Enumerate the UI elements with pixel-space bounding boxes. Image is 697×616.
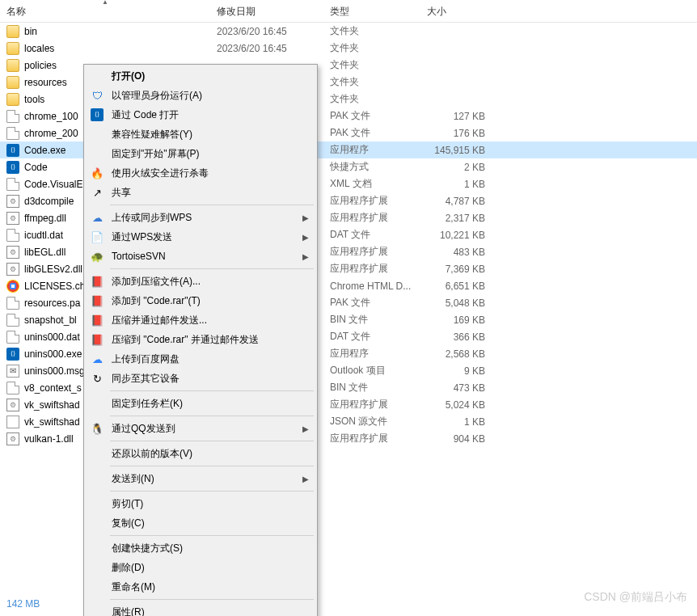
file-icon	[6, 127, 19, 140]
file-size: 2 KB	[420, 162, 501, 173]
header-size[interactable]: 大小	[420, 0, 501, 22]
dll-icon	[6, 212, 19, 225]
menu-cut[interactable]: 剪切(T)	[86, 494, 315, 513]
menu-add-archive[interactable]: 📕添加到压缩文件(A)...	[86, 272, 315, 291]
folder-icon	[6, 25, 19, 38]
file-row[interactable]: bin2023/6/20 16:45文件夹	[0, 23, 697, 40]
file-type: 应用程序	[323, 143, 420, 157]
file-size: 1 KB	[420, 416, 501, 428]
menu-wps-send[interactable]: 📄通过WPS发送▶	[86, 227, 315, 247]
menu-delete[interactable]: 删除(D)	[86, 558, 315, 577]
menu-compress-rar-email[interactable]: 📕压缩到 "Code.rar" 并通过邮件发送	[86, 330, 315, 349]
file-type: BIN 文件	[323, 313, 420, 327]
rar-icon: 📕	[89, 273, 105, 289]
menu-wps-upload[interactable]: ☁上传或同步到WPS▶	[86, 208, 315, 227]
folder-icon	[6, 76, 19, 89]
menu-restore-versions[interactable]: 还原以前的版本(V)	[86, 444, 315, 463]
column-header-row: 名称▲ 修改日期 类型 大小	[0, 0, 697, 23]
menu-open[interactable]: 打开(O)	[86, 66, 315, 86]
file-name: libEGL.dll	[24, 247, 65, 258]
menu-share[interactable]: ↗共享	[86, 183, 315, 202]
file-size: 169 KB	[420, 314, 501, 326]
menu-pin-taskbar[interactable]: 固定到任务栏(K)	[86, 394, 315, 413]
menu-separator	[110, 535, 314, 536]
file-size: 176 KB	[420, 128, 501, 139]
qq-icon: 🐧	[89, 420, 105, 437]
file-name: bin	[24, 26, 37, 37]
file-name: chrome_100	[24, 111, 78, 122]
chevron-right-icon: ▶	[302, 213, 309, 222]
menu-open-with-code[interactable]: 通过 Code 打开	[86, 105, 315, 124]
file-type: DAT 文件	[323, 330, 420, 344]
file-name: icudtl.dat	[24, 230, 63, 241]
file-name: Code	[24, 162, 48, 173]
menu-separator	[110, 416, 314, 416]
file-type: 文件夹	[323, 41, 420, 55]
file-size: 10,221 KB	[420, 230, 501, 241]
file-date: 2023/6/20 16:45	[210, 43, 323, 54]
menu-copy[interactable]: 复制(C)	[86, 513, 315, 533]
file-date: 2023/6/20 16:45	[210, 26, 323, 37]
file-name: Code.exe	[24, 145, 65, 156]
menu-separator	[110, 205, 314, 205]
file-name: resources.pa	[24, 297, 80, 309]
menu-rename[interactable]: 重命名(M)	[86, 577, 315, 597]
menu-tortoise-svn[interactable]: 🐢TortoiseSVN▶	[86, 247, 315, 266]
menu-separator	[110, 390, 314, 391]
file-size: 145,915 KB	[420, 145, 501, 156]
dll-icon	[6, 399, 19, 411]
folder-icon	[6, 93, 19, 106]
file-size: 2,568 KB	[420, 348, 501, 360]
file-row[interactable]: locales2023/6/20 16:45文件夹	[0, 40, 697, 57]
menu-huorong-scan[interactable]: 🔥使用火绒安全进行杀毒	[86, 163, 315, 183]
chevron-right-icon: ▶	[302, 424, 309, 433]
menu-qq-send[interactable]: 🐧通过QQ发送到▶	[86, 419, 315, 438]
dll-icon	[6, 246, 19, 259]
sync-icon: ↻	[89, 370, 105, 386]
rar-icon: 📕	[89, 293, 105, 309]
file-name: snapshot_bl	[24, 314, 77, 326]
menu-compress-email[interactable]: 📕压缩并通过邮件发送...	[86, 310, 315, 330]
rar-icon: 📕	[89, 312, 105, 328]
sort-asc-icon: ▲	[102, 0, 108, 6]
vscode-icon	[6, 144, 19, 157]
file-type: 应用程序扩展	[323, 398, 420, 411]
dll-icon	[6, 263, 19, 276]
menu-create-shortcut[interactable]: 创建快捷方式(S)	[86, 538, 315, 558]
file-name: libGLESv2.dll	[24, 264, 82, 275]
file-size: 2,317 KB	[420, 213, 501, 224]
file-type: 应用程序扩展	[323, 194, 420, 208]
menu-separator	[110, 441, 314, 441]
file-name: LICENSES.ch	[24, 281, 85, 292]
file-size: 483 KB	[420, 247, 501, 258]
folder-icon	[6, 59, 19, 72]
json-icon	[6, 416, 19, 428]
menu-properties[interactable]: 属性(R)	[86, 602, 315, 616]
file-name: locales	[24, 43, 54, 54]
file-name: resources	[24, 77, 67, 88]
file-size: 473 KB	[420, 382, 501, 394]
menu-baidu-upload[interactable]: ☁上传到百度网盘	[86, 349, 315, 369]
header-type[interactable]: 类型	[323, 0, 420, 22]
file-name: unins000.dat	[24, 331, 80, 343]
file-type: 文件夹	[323, 58, 420, 72]
file-type: 文件夹	[323, 75, 420, 89]
file-type: PAK 文件	[323, 126, 420, 140]
file-type: 文件夹	[323, 92, 420, 106]
file-type: 快捷方式	[323, 160, 420, 174]
header-date[interactable]: 修改日期	[210, 0, 323, 22]
menu-pin-start[interactable]: 固定到"开始"屏幕(P)	[86, 144, 315, 163]
file-icon	[6, 297, 19, 310]
header-name[interactable]: 名称▲	[0, 0, 210, 22]
cloud-icon: ☁	[89, 209, 105, 226]
menu-compat-troubleshoot[interactable]: 兼容性疑难解答(Y)	[86, 124, 315, 144]
file-size: 4,787 KB	[420, 196, 501, 207]
menu-sync-devices[interactable]: ↻同步至其它设备	[86, 369, 315, 388]
menu-send-to[interactable]: 发送到(N)▶	[86, 469, 315, 488]
menu-separator	[110, 491, 314, 492]
file-name: chrome_200	[24, 128, 78, 139]
file-type: JSON 源文件	[323, 415, 420, 428]
file-name: policies	[24, 60, 57, 71]
menu-run-as-admin[interactable]: 🛡以管理员身份运行(A)	[86, 86, 315, 105]
menu-add-rar[interactable]: 📕添加到 "Code.rar"(T)	[86, 291, 315, 310]
